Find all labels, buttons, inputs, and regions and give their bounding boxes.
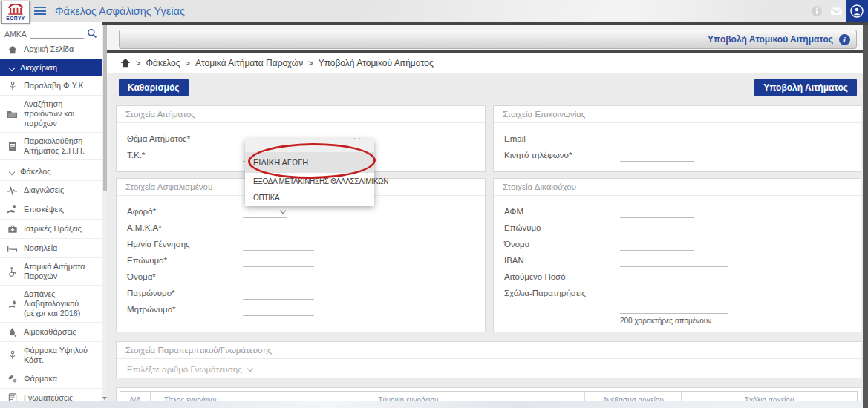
sidebar-item-request-tracking[interactable]: Παρακολούθηση Αιτήματος Σ.Η.Π.	[0, 133, 102, 160]
search-icon[interactable]	[87, 28, 97, 39]
field-label-requested-amount: Αιτούμενο Ποσό	[504, 272, 620, 283]
field-label-amka: Α.Μ.Κ.Α*	[127, 223, 243, 234]
header-divider	[102, 22, 868, 25]
chevron-down-icon	[280, 208, 286, 214]
breadcrumb: > Φάκελος > Ατομικά Αιτήματα Παροχών > Υ…	[107, 53, 863, 73]
requested-amount-input[interactable]	[620, 272, 694, 283]
sidebar-item-high-cost-drugs[interactable]: Φάρμακα Υψηλού Κόστ.	[0, 342, 102, 369]
sidebar-item-individual-benefit-requests[interactable]: Ατομικά Αιτήματα Παροχών	[0, 258, 102, 286]
field-label-mother-name: Μητρώνυμο*	[127, 305, 243, 316]
active-tab-label: Υποβολή Ατομικού Αιτήματος	[708, 34, 833, 45]
field-label-request-subject: Θέμα Αιτήματος*	[127, 134, 243, 145]
opinion-number-select[interactable]: Επιλέξτε αριθμό Γνωμάτευσης	[117, 359, 861, 374]
pharmacy-staff-icon	[7, 350, 18, 361]
amka-label: ΑΜΚΑ	[4, 30, 27, 39]
page-scroll-thumb[interactable]	[863, 25, 868, 408]
sidebar-scroll-thumb[interactable]	[103, 24, 107, 191]
eopyy-logo[interactable]: ΕΟΠΥΥ	[1, 1, 30, 24]
birthdate-input[interactable]	[243, 239, 314, 251]
concerns-select[interactable]	[243, 205, 287, 218]
iban-input[interactable]	[620, 255, 728, 267]
sidebar-item-hospitalization[interactable]: Νοσηλεία	[0, 239, 102, 258]
panel-beneficiary-details: Στοιχεία Δικαιούχου ΑΦΜ Επώνυμο Όνομα IB…	[493, 178, 861, 332]
dropdown-option-thalassemia-travel[interactable]: ΕΞΟΔΑ ΜΕΤΑΚΙΝΗΣΗΣ ΘΑΛΑΣΣΑΙΜΙΚΩΝ	[245, 173, 374, 189]
page-scrollbar[interactable]	[863, 25, 868, 408]
request-subject-dropdown: ΕΙΔΙΚΗ ΑΓΩΓΗ ΕΞΟΔΑ ΜΕΤΑΚΙΝΗΣΗΣ ΘΑΛΑΣΣΑΙΜ…	[245, 139, 374, 206]
sidebar-scroll-down-arrow[interactable]	[102, 397, 107, 400]
father-name-input[interactable]	[243, 288, 314, 300]
dropdown-option-blank[interactable]	[245, 139, 374, 152]
chars-remaining-hint: 200 χαρακτήρες απομένουν	[620, 317, 711, 325]
sidebar-item-fyk-receipt[interactable]: Παραλαβή Φ.Υ.Κ	[0, 76, 102, 96]
header-info-icon[interactable]	[811, 5, 823, 17]
sidebar-item-visits[interactable]: Επισκέψεις	[0, 200, 102, 220]
amka-field-input[interactable]	[243, 223, 314, 234]
sidebar-item-diabetic-expenses[interactable]: Δαπάνες Διαβητολογικού (μέχρι και 2016)	[0, 286, 102, 323]
sidebar-item-drugs[interactable]: Φάρμακα	[0, 369, 102, 389]
amka-input[interactable]	[30, 28, 84, 39]
info-icon[interactable]: i	[839, 34, 850, 45]
dropdown-option-optics[interactable]: ΟΠΤΙΚΑ	[245, 189, 374, 206]
field-label-concerns: Αφορά*	[127, 207, 243, 218]
chevron-down-icon	[9, 65, 15, 70]
breadcrumb-item-individual-requests[interactable]: Ατομικά Αιτήματα Παροχών	[195, 58, 303, 68]
active-tab[interactable]: Υποβολή Ατομικού Αιτήματος i	[119, 30, 857, 49]
submit-request-button[interactable]: Υποβολή Αιτήματος	[754, 79, 857, 96]
breadcrumb-item-folder[interactable]: Φάκελος	[146, 58, 180, 68]
clear-button[interactable]: Καθαρισμός	[119, 79, 189, 96]
surname-input[interactable]	[243, 255, 314, 267]
mother-name-input[interactable]	[243, 304, 314, 316]
breadcrumb-item-submit-request: Υποβολή Ατομικού Αιτήματος	[319, 58, 434, 68]
beneficiary-surname-input[interactable]	[620, 223, 694, 234]
email-input[interactable]	[620, 134, 694, 145]
sidebar-item-diagnoses[interactable]: Διαγνώσεις	[0, 181, 102, 200]
sidebar-item-folder-group[interactable]: Φάκελος	[0, 163, 102, 181]
document-icon	[7, 141, 18, 152]
field-label-surname: Επώνυμο*	[127, 256, 243, 267]
sidebar-item-management[interactable]: Διαχείριση	[0, 59, 102, 76]
mail-icon[interactable]	[830, 5, 842, 17]
main-content: Υποβολή Ατομικού Αιτήματος i > Φάκελος >…	[107, 25, 863, 408]
mobile-phone-input[interactable]	[620, 150, 694, 162]
sidebar-item-home[interactable]: Αρχική Σελίδα	[0, 40, 102, 59]
menu-icon[interactable]	[34, 7, 46, 16]
field-label-iban: IBAN	[504, 256, 620, 267]
afm-input[interactable]	[620, 206, 694, 218]
sidebar-item-medical-acts[interactable]: Ιατρικές Πράξεις	[0, 220, 102, 239]
sidebar-item-product-search[interactable]: Αναζήτηση προϊόντων και παρόχων	[0, 96, 102, 133]
care-hand-icon	[7, 204, 18, 215]
panel-title: Στοιχεία Παραπεμπτικού/Γνωμάτευσης	[117, 342, 861, 359]
caduceus-icon	[7, 80, 18, 91]
folder-icon	[7, 108, 18, 119]
page-title: Φάκελος Ασφάλισης Υγείας	[55, 0, 185, 22]
bed-icon	[7, 243, 18, 254]
panel-title: Στοιχεία Επικοινωνίας	[494, 106, 861, 123]
panel-referral-details: Στοιχεία Παραπεμπτικού/Γνωμάτευσης Επιλέ…	[116, 341, 861, 378]
beneficiary-firstname-input[interactable]	[620, 239, 694, 251]
actions-row: Καθαρισμός Υποβολή Αιτήματος	[107, 79, 863, 98]
wheelchair-icon	[7, 266, 18, 277]
dialysis-drop-icon	[7, 326, 18, 338]
firstname-input[interactable]	[243, 272, 314, 283]
breadcrumb-home-icon[interactable]	[120, 58, 131, 68]
eopyy-logo-text: ΕΟΠΥΥ	[6, 16, 25, 21]
sidebar-item-hemodialysis[interactable]: Αιμοκαθάρσεις	[0, 323, 102, 342]
medical-bag-icon	[7, 223, 18, 234]
page: ΕΟΠΥΥ Φάκελος Ασφάλισης Υγείας ΑΜΚΑ	[0, 0, 868, 408]
user-avatar-button[interactable]	[846, 0, 868, 22]
field-label-comments: Σχόλια-Παρατηρήσεις	[504, 289, 620, 300]
panel-title: Στοιχεία Δικαιούχου	[494, 179, 861, 196]
comments-textarea[interactable]	[620, 313, 728, 314]
field-label-firstname: Όνομα*	[127, 272, 243, 283]
chevron-down-icon	[247, 366, 253, 372]
chevron-down-icon	[9, 168, 15, 174]
sidebar: ΑΜΚΑ Αρχική Σελίδα Διαχείριση Παραλαβή Φ…	[0, 22, 102, 401]
panel-title: Στοιχεία Αιτήματος	[117, 106, 485, 123]
dropdown-option-special-education[interactable]: ΕΙΔΙΚΗ ΑΓΩΓΗ	[245, 152, 374, 173]
field-label-beneficiary-surname: Επώνυμο	[504, 223, 620, 234]
sidebar-scrollbar[interactable]	[102, 22, 107, 401]
panel-contact-details: Στοιχεία Επικοινωνίας Email Κινητό τηλέφ…	[493, 105, 861, 172]
field-label-birthdate: Ημ/νία Γέννησης	[127, 240, 243, 251]
pills-icon	[7, 373, 18, 384]
glucose-hand-icon	[7, 298, 18, 309]
